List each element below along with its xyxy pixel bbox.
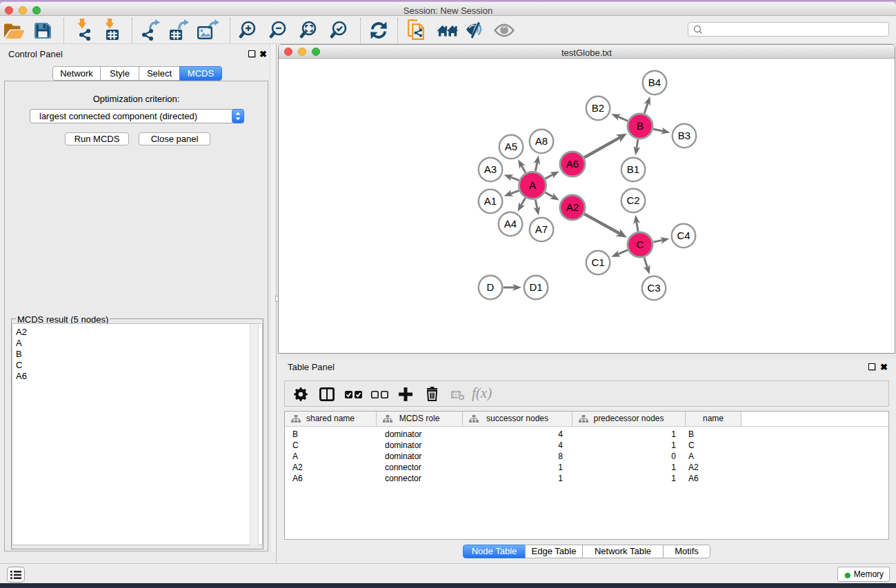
svg-text:B1: B1 (627, 163, 639, 175)
svg-text:C3: C3 (647, 282, 660, 294)
svg-text:B4: B4 (648, 77, 661, 88)
svg-text:A5: A5 (505, 141, 517, 152)
svg-text:C2: C2 (626, 194, 639, 206)
svg-text:A4: A4 (504, 218, 517, 230)
svg-text:A: A (529, 179, 536, 191)
svg-text:A3: A3 (484, 163, 497, 175)
svg-text:C1: C1 (591, 256, 604, 268)
svg-text:A2: A2 (566, 201, 579, 213)
svg-text:D: D (487, 281, 495, 293)
svg-text:C4: C4 (677, 230, 690, 241)
svg-text:A7: A7 (535, 223, 548, 235)
svg-text:A6: A6 (566, 158, 579, 170)
svg-text:A1: A1 (484, 195, 497, 207)
svg-text:A8: A8 (535, 135, 548, 147)
svg-text:C: C (637, 239, 644, 250)
svg-text:B: B (637, 120, 644, 132)
svg-text:B2: B2 (592, 102, 604, 114)
svg-text:B3: B3 (678, 130, 690, 141)
svg-text:D1: D1 (529, 281, 542, 293)
